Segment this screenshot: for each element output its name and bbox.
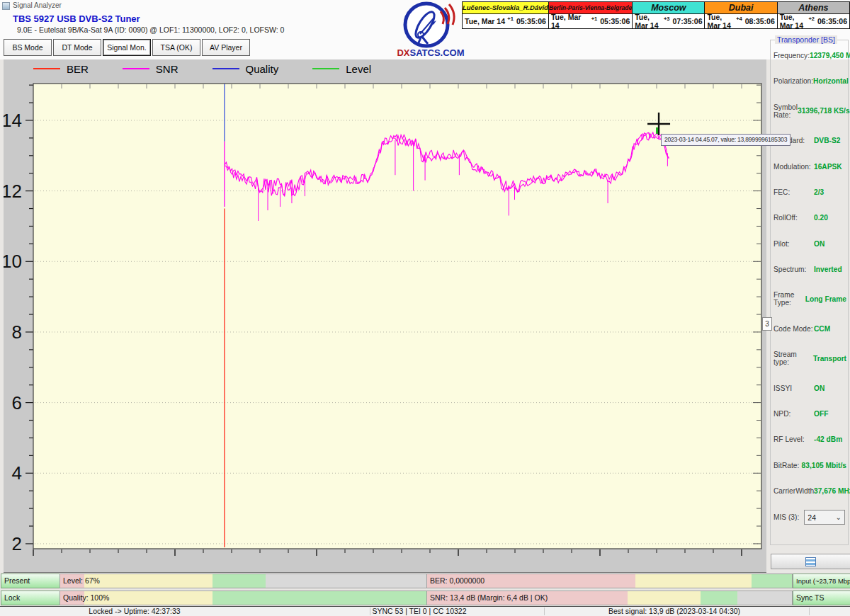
transponder-row-rolloff-: RollOff:0.20 [774,214,846,222]
legend-label: Quality [246,63,279,75]
field-label: Symbol Rate: [774,103,798,119]
transponder-row-modulation-: Modulation:16APSK [774,163,846,171]
transponder-row-symbol-rate-: Symbol Rate:31396,718 KS/s [774,103,846,119]
snr-meter-label: SNR: 13,4 dB (Margin: 6,4 dB | OK) [430,593,548,602]
stray-tooltip-fragment: 3 [762,317,772,331]
transponder-rows: Frequency:12379,450 MHzPolarization:Hori… [774,52,846,495]
legend-label: SNR [156,63,178,75]
svg-text:6: 6 [12,392,22,413]
clock-time: Tue, Mar 14+408:35:06 [705,14,776,28]
transponder-sidebar: Transponder [BS] Frequency:12379,450 MHz… [769,35,850,574]
window-title: Signal Analyzer [13,1,62,9]
field-value: ON [814,384,824,392]
svg-text:10: 10 [4,251,22,272]
legend-item-quality: Quality [212,63,279,75]
legend-label: Level [346,63,371,75]
field-value: ON [814,240,824,248]
legend-item-ber: BER [33,63,89,75]
clock-berlin-paris-vienna-belgrade: Berlin-Paris-Vienna-BelgradeTue, Mar 14+… [548,2,632,28]
statusbar-separator [809,608,810,615]
transponder-row-carrierwidth-: CarrierWidth:37,676 MHz [774,487,846,495]
log-list-button[interactable] [771,554,850,569]
meter-row-1: Present Level: 67% BER: 0,0000000 Input … [0,574,850,588]
transponder-row-frame-type-: Frame Type:Long Frame [774,291,846,307]
ber-meter-label: BER: 0,0000000 [430,576,484,585]
ber-legend-swatch [33,68,60,69]
field-value: Long Frame [805,295,846,303]
field-value: CCM [814,325,830,333]
transponder-row-fec-: FEC:2/3 [774,188,846,196]
field-label: Code Mode: [774,325,814,333]
transponder-row-frequency-: Frequency:12379,450 MHz [774,52,846,59]
tab-bs-mode[interactable]: BS Mode [4,39,52,56]
clock-time: Tue, Mar 14+105:35:06 [463,14,548,28]
device-title: TBS 5927 USB DVB-S2 Tuner [13,13,140,24]
field-label: Frame Type: [774,291,805,307]
statusbar-separator [544,608,545,615]
field-label: CarrierWidth: [774,487,814,495]
clock-athens: AthensTue, Mar 14+206:35:06 [777,2,849,28]
transponder-row-bitrate-: BitRate:83,105 Mbit/s [774,462,846,469]
list-icon [805,557,816,566]
field-label: BitRate: [774,462,802,469]
field-label: RF Level: [774,435,814,443]
field-label: NPD: [774,410,814,418]
field-value: 31396,718 KS/s [798,107,850,115]
quality-legend-swatch [212,68,239,69]
dxsatcs-logo: DXSATCS.COM [394,1,468,58]
clock-dubai: DubaiTue, Mar 14+408:35:06 [704,2,776,28]
field-value: -42 dBm [814,435,842,443]
lock-indicator: Lock [1,591,61,605]
field-value: OFF [814,410,828,418]
svg-text:14: 14 [4,110,22,131]
mis-dropdown[interactable]: 24 ⌄ [804,510,845,525]
field-label: Pilot: [774,240,814,248]
transponder-row-issyi: ISSYION [774,384,846,392]
field-label: RollOff: [774,214,814,222]
field-value: 16APSK [814,163,842,171]
meter-row-2: Lock Quality: 100% SNR: 13,4 dB (Margin:… [0,591,850,605]
sync-status: SYNC 53 | TEI 0 | CC 10322 [327,607,511,616]
signal-chart-panel: BERSNRQualityLevel 2468101214 [4,59,766,573]
transponder-row-spectrum-: Spectrum:Inverted [774,266,846,273]
mis-row: MIS (3): 24 ⌄ [774,510,845,525]
clock-time: Tue, Mar 14+307:35:06 [633,14,704,28]
tab-dt-mode[interactable]: DT Mode [53,39,101,56]
uptime-status: Locked -> Uptime: 42:37:33 [42,607,227,616]
signal-chart[interactable]: 2468101214 [4,59,766,572]
field-label: Spectrum: [774,266,814,273]
tab-av-player[interactable]: AV Player [202,39,250,56]
svg-text:4: 4 [12,462,22,484]
tab-tsa-ok-[interactable]: TSA (OK) [152,39,200,56]
clock-lu-enec-slovakia-r-d-vid: Lučenec-Slovakia_R.DávidTue, Mar 14+105:… [463,2,548,28]
best-signal-status: Best signal: 13,9 dB (2023-03-14 04:30) [561,607,788,616]
clock-city: Lučenec-Slovakia_R.Dávid [463,2,548,14]
clock-time: Tue, Mar 14+105:35:06 [549,14,632,28]
field-label: Stream type: [774,350,813,366]
device-subtitle: 9.0E - Eutelsat 9B/Ka-Sat 9A (ID: 0090) … [17,25,284,34]
legend-item-level: Level [312,63,371,75]
transponder-groupbox: Transponder [BS] Frequency:12379,450 MHz… [770,40,849,545]
quality-meter-label: Quality: 100% [63,593,109,602]
chart-legend: BERSNRQualityLevel [33,62,405,75]
input-indicator: Input (~23,78 Mbps) [793,574,850,588]
transponder-row-polarization-: Polarization:Horizontal [774,77,846,85]
app-icon [2,2,10,10]
svg-text:12: 12 [4,181,22,202]
logo-text: DXSATCS.COM [397,47,464,58]
tab-signal-mon-[interactable]: Signal Mon. [103,39,151,56]
field-label: Modulation: [774,163,814,171]
quality-meter: Quality: 100% [60,591,427,605]
present-indicator: Present [1,574,61,588]
chart-tooltip: 2023-03-14 04.45.07, value: 13,899999618… [661,134,790,146]
transponder-row-npd-: NPD:OFF [774,410,846,418]
field-value: 37,676 MHz [814,487,850,495]
field-label: Polarization: [774,77,813,85]
legend-label: BER [67,63,89,75]
transponder-row-rf-level-: RF Level:-42 dBm [774,435,846,443]
mis-selected-value: 24 [808,513,816,522]
field-value: DVB-S2 [814,137,840,144]
field-label: FEC: [774,188,814,196]
transponder-row-code-mode-: Code Mode:CCM [774,325,846,333]
field-value: Transport [813,355,846,363]
